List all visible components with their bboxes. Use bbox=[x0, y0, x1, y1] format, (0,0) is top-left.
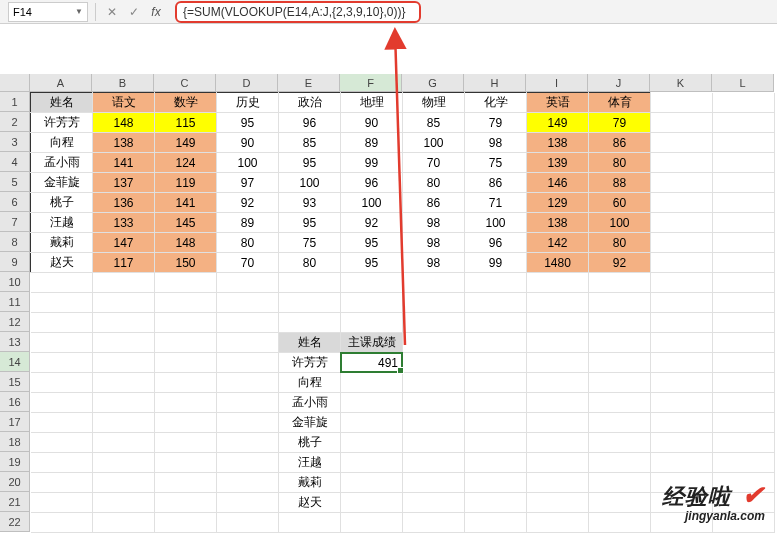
cell[interactable]: 86 bbox=[589, 133, 651, 153]
cell[interactable]: 80 bbox=[279, 253, 341, 273]
cell[interactable] bbox=[465, 313, 527, 333]
cell[interactable] bbox=[713, 253, 775, 273]
cell[interactable] bbox=[527, 453, 589, 473]
cell[interactable] bbox=[713, 173, 775, 193]
cell[interactable]: 95 bbox=[279, 213, 341, 233]
cell[interactable] bbox=[403, 293, 465, 313]
fx-icon[interactable]: fx bbox=[148, 5, 164, 19]
cell[interactable] bbox=[527, 473, 589, 493]
cell[interactable] bbox=[589, 293, 651, 313]
cell[interactable]: 70 bbox=[217, 253, 279, 273]
cell[interactable] bbox=[713, 413, 775, 433]
cell[interactable]: 133 bbox=[93, 213, 155, 233]
cell[interactable] bbox=[341, 313, 403, 333]
cell[interactable] bbox=[31, 353, 93, 373]
cell[interactable] bbox=[93, 353, 155, 373]
cell[interactable]: 80 bbox=[403, 173, 465, 193]
cell[interactable] bbox=[713, 93, 775, 113]
cell[interactable] bbox=[589, 333, 651, 353]
cell[interactable] bbox=[155, 293, 217, 313]
cell[interactable]: 80 bbox=[589, 233, 651, 253]
cell[interactable]: 95 bbox=[341, 233, 403, 253]
cell[interactable]: 98 bbox=[403, 233, 465, 253]
cell[interactable]: 85 bbox=[403, 113, 465, 133]
cell[interactable] bbox=[527, 333, 589, 353]
cell[interactable] bbox=[651, 433, 713, 453]
cell[interactable] bbox=[589, 413, 651, 433]
cell[interactable]: 主课成绩 bbox=[341, 333, 403, 353]
cell[interactable]: 95 bbox=[217, 113, 279, 133]
cell[interactable] bbox=[403, 453, 465, 473]
cell[interactable]: 85 bbox=[279, 133, 341, 153]
cell[interactable] bbox=[31, 373, 93, 393]
cell[interactable]: 90 bbox=[341, 113, 403, 133]
cell[interactable] bbox=[713, 353, 775, 373]
cell[interactable]: 100 bbox=[403, 133, 465, 153]
cell[interactable]: 80 bbox=[589, 153, 651, 173]
cell[interactable]: 92 bbox=[341, 213, 403, 233]
row-header[interactable]: 3 bbox=[0, 132, 30, 152]
cell[interactable]: 汪越 bbox=[31, 213, 93, 233]
cell[interactable]: 150 bbox=[155, 253, 217, 273]
cell[interactable] bbox=[527, 293, 589, 313]
cell[interactable]: 语文 bbox=[93, 93, 155, 113]
cell[interactable] bbox=[713, 333, 775, 353]
cell[interactable] bbox=[403, 413, 465, 433]
cell[interactable]: 142 bbox=[527, 233, 589, 253]
cell[interactable]: 138 bbox=[527, 133, 589, 153]
cell[interactable]: 491 bbox=[341, 353, 403, 373]
cell[interactable] bbox=[403, 333, 465, 353]
cell[interactable]: 赵天 bbox=[31, 253, 93, 273]
cell[interactable] bbox=[341, 413, 403, 433]
cell[interactable] bbox=[527, 373, 589, 393]
cell[interactable] bbox=[713, 213, 775, 233]
cell[interactable]: 97 bbox=[217, 173, 279, 193]
row-header[interactable]: 16 bbox=[0, 392, 30, 412]
cell[interactable]: 戴莉 bbox=[31, 233, 93, 253]
cell[interactable] bbox=[279, 313, 341, 333]
row-header[interactable]: 14 bbox=[0, 352, 30, 372]
cell[interactable]: 许芳芳 bbox=[279, 353, 341, 373]
cell[interactable] bbox=[589, 313, 651, 333]
cell[interactable] bbox=[341, 393, 403, 413]
row-header[interactable]: 2 bbox=[0, 112, 30, 132]
cell[interactable]: 98 bbox=[403, 213, 465, 233]
column-header[interactable]: H bbox=[464, 74, 526, 92]
cell[interactable] bbox=[713, 153, 775, 173]
cell[interactable] bbox=[651, 213, 713, 233]
cell[interactable] bbox=[93, 513, 155, 533]
cell[interactable] bbox=[93, 373, 155, 393]
cell[interactable] bbox=[527, 313, 589, 333]
cell[interactable] bbox=[713, 133, 775, 153]
cell[interactable] bbox=[465, 393, 527, 413]
cell[interactable] bbox=[93, 473, 155, 493]
row-header[interactable]: 13 bbox=[0, 332, 30, 352]
cell[interactable]: 96 bbox=[341, 173, 403, 193]
row-header[interactable]: 5 bbox=[0, 172, 30, 192]
cell[interactable] bbox=[341, 273, 403, 293]
cell[interactable] bbox=[403, 493, 465, 513]
cell[interactable] bbox=[341, 293, 403, 313]
row-header[interactable]: 11 bbox=[0, 292, 30, 312]
cell[interactable] bbox=[651, 353, 713, 373]
column-header[interactable]: A bbox=[30, 74, 92, 92]
cell[interactable] bbox=[465, 413, 527, 433]
cell[interactable]: 99 bbox=[341, 153, 403, 173]
cell[interactable] bbox=[341, 513, 403, 533]
cell[interactable] bbox=[217, 413, 279, 433]
cell-grid[interactable]: 姓名语文数学历史政治地理物理化学英语体育许芳芳14811595969085791… bbox=[30, 92, 775, 533]
cell[interactable] bbox=[465, 373, 527, 393]
column-header[interactable]: L bbox=[712, 74, 774, 92]
cell[interactable]: 1480 bbox=[527, 253, 589, 273]
cell[interactable]: 金菲旋 bbox=[31, 173, 93, 193]
column-header[interactable]: G bbox=[402, 74, 464, 92]
cell[interactable]: 100 bbox=[589, 213, 651, 233]
cell[interactable] bbox=[403, 513, 465, 533]
cell[interactable] bbox=[155, 473, 217, 493]
cell[interactable] bbox=[31, 393, 93, 413]
cell[interactable] bbox=[31, 453, 93, 473]
cell[interactable]: 89 bbox=[341, 133, 403, 153]
cell[interactable] bbox=[155, 373, 217, 393]
cell[interactable]: 60 bbox=[589, 193, 651, 213]
cell[interactable] bbox=[713, 113, 775, 133]
